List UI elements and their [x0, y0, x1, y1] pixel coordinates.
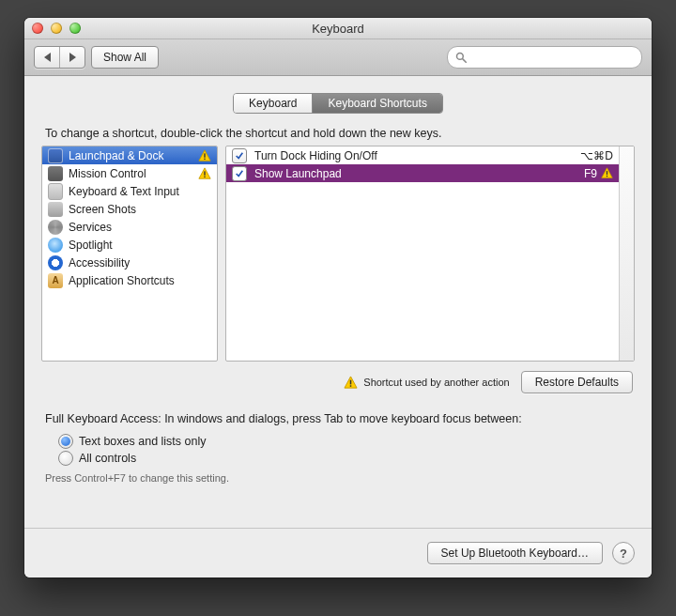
svg-rect-3	[204, 153, 205, 157]
setup-bluetooth-keyboard-button[interactable]: Set Up Bluetooth Keyboard…	[427, 542, 603, 564]
shortcut-row[interactable]: Show Launchpad F9	[226, 164, 634, 182]
shortcut-checkbox[interactable]	[232, 148, 247, 163]
show-all-button[interactable]: Show All	[91, 46, 159, 69]
lists-container: Launchpad & Dock Mission Control Keyboar…	[41, 146, 635, 362]
category-label: Services	[69, 221, 211, 234]
titlebar: Keyboard	[24, 18, 652, 39]
category-accessibility[interactable]: Accessibility	[42, 254, 217, 271]
content-area: Keyboard Keyboard Shortcuts To change a …	[24, 76, 652, 528]
list-footer: Shortcut used by another action Restore …	[41, 371, 635, 393]
window-controls	[32, 23, 81, 34]
zoom-button[interactable]	[69, 23, 81, 34]
full-keyboard-access-group: Text boxes and lists only All controls	[58, 433, 635, 467]
help-button[interactable]: ?	[612, 542, 635, 564]
window-title: Keyboard	[24, 22, 652, 36]
tab-keyboard-shortcuts[interactable]: Keyboard Shortcuts	[312, 94, 441, 113]
radio-label: Text boxes and lists only	[79, 435, 207, 448]
spotlight-icon	[48, 238, 63, 253]
search-field[interactable]	[447, 46, 642, 69]
category-services[interactable]: Services	[42, 218, 217, 236]
window-footer: Set Up Bluetooth Keyboard… ?	[24, 528, 652, 578]
radio-button[interactable]	[58, 451, 73, 466]
nav-back-forward	[34, 46, 85, 69]
search-input[interactable]	[470, 50, 634, 65]
radio-label: All controls	[79, 452, 136, 465]
chevron-right-icon	[69, 53, 76, 62]
shortcut-key[interactable]: F9	[584, 167, 613, 180]
mission-control-icon	[48, 166, 63, 181]
forward-button[interactable]	[59, 47, 84, 68]
category-label: Spotlight	[69, 239, 211, 252]
svg-rect-7	[204, 176, 205, 177]
preferences-window: Keyboard Show All Keyboard Keyboard Shor…	[24, 18, 652, 578]
category-label: Keyboard & Text Input	[69, 185, 211, 198]
category-launchpad-dock[interactable]: Launchpad & Dock	[42, 146, 217, 164]
warning-icon	[198, 167, 211, 180]
category-label: Screen Shots	[69, 203, 211, 216]
fka-hint: Press Control+F7 to change this setting.	[45, 472, 631, 484]
full-keyboard-access-label: Full Keyboard Access: In windows and dia…	[45, 412, 631, 425]
shortcut-row[interactable]: Turn Dock Hiding On/Off ⌥⌘D	[226, 146, 634, 164]
screenshot-icon	[48, 202, 63, 217]
warning-icon	[344, 376, 358, 390]
shortcut-list[interactable]: Turn Dock Hiding On/Off ⌥⌘D Show Launchp…	[225, 146, 635, 362]
category-label: Mission Control	[69, 167, 192, 180]
launchpad-icon	[48, 148, 63, 163]
category-label: Launchpad & Dock	[69, 149, 192, 162]
radio-all-controls[interactable]: All controls	[58, 450, 635, 467]
search-icon	[455, 52, 467, 63]
chevron-left-icon	[44, 53, 51, 62]
category-keyboard-text-input[interactable]: Keyboard & Text Input	[42, 182, 217, 200]
warning-icon	[601, 167, 613, 179]
svg-rect-9	[607, 171, 607, 175]
back-button[interactable]	[35, 47, 59, 68]
category-spotlight[interactable]: Spotlight	[42, 236, 217, 254]
toolbar: Show All	[24, 39, 652, 76]
radio-button[interactable]	[58, 434, 73, 449]
restore-defaults-button[interactable]: Restore Defaults	[521, 371, 633, 393]
svg-rect-13	[350, 385, 352, 387]
shortcut-name: Show Launchpad	[254, 167, 576, 180]
conflict-note: Shortcut used by another action	[344, 376, 509, 390]
shortcut-name: Turn Dock Hiding On/Off	[254, 149, 573, 162]
keyboard-icon	[48, 184, 63, 199]
category-label: Accessibility	[69, 256, 211, 270]
svg-rect-4	[204, 158, 205, 159]
category-screen-shots[interactable]: Screen Shots	[42, 200, 217, 218]
category-mission-control[interactable]: Mission Control	[42, 164, 217, 182]
accessibility-icon	[48, 255, 63, 270]
svg-rect-12	[350, 379, 352, 384]
instruction-text: To change a shortcut, double-click the s…	[45, 127, 631, 140]
application-icon	[48, 273, 63, 288]
tab-bar: Keyboard Keyboard Shortcuts	[233, 93, 443, 114]
svg-point-0	[457, 54, 464, 60]
svg-rect-6	[204, 171, 205, 175]
radio-text-boxes-only[interactable]: Text boxes and lists only	[58, 433, 635, 450]
conflict-note-text: Shortcut used by another action	[363, 377, 509, 388]
shortcut-key[interactable]: ⌥⌘D	[580, 149, 613, 162]
close-button[interactable]	[32, 23, 43, 34]
minimize-button[interactable]	[51, 23, 62, 34]
svg-rect-10	[607, 176, 607, 177]
gear-icon	[48, 220, 63, 235]
svg-line-1	[463, 59, 466, 62]
category-application-shortcuts[interactable]: Application Shortcuts	[42, 271, 217, 289]
category-label: Application Shortcuts	[69, 274, 211, 287]
shortcut-checkbox[interactable]	[232, 166, 247, 181]
warning-icon	[198, 149, 211, 162]
category-list[interactable]: Launchpad & Dock Mission Control Keyboar…	[41, 146, 218, 362]
tab-keyboard[interactable]: Keyboard	[234, 94, 312, 113]
